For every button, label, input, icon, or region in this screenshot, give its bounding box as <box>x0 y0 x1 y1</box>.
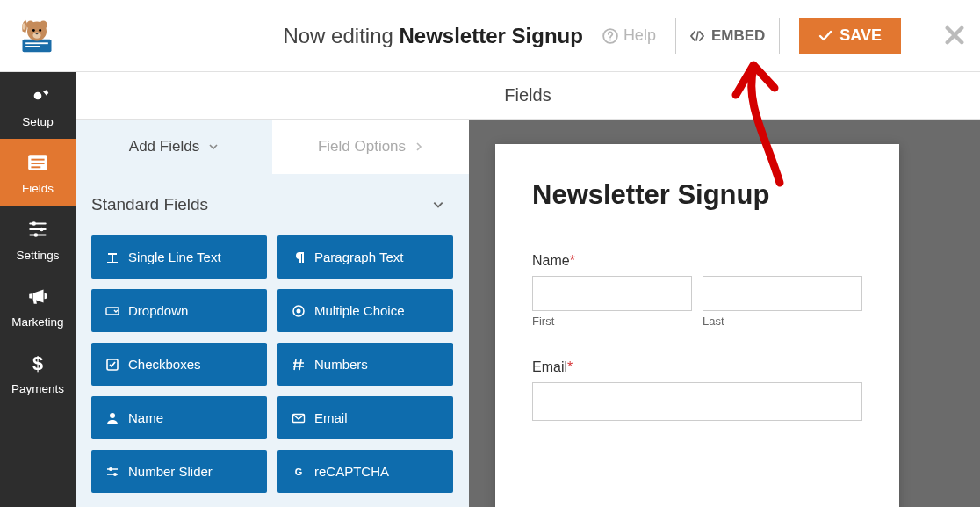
slider-icon <box>105 465 119 479</box>
svg-point-26 <box>110 413 115 418</box>
tab-add-fields[interactable]: Add Fields <box>76 120 272 174</box>
email-field-label: Email* <box>532 359 862 375</box>
svg-rect-21 <box>107 262 118 263</box>
name-field-label: Name* <box>532 253 862 269</box>
svg-point-17 <box>32 221 36 226</box>
dropdown-icon <box>105 304 119 318</box>
tab-field-options[interactable]: Field Options <box>272 120 469 174</box>
user-icon <box>105 411 119 425</box>
sidebar-item-payments[interactable]: $ Payments <box>0 339 76 406</box>
chevron-down-icon <box>208 141 219 152</box>
form-title: Newsletter Signup <box>532 179 862 211</box>
field-email[interactable]: Email <box>277 396 453 439</box>
svg-point-4 <box>26 20 34 28</box>
recaptcha-icon: G <box>292 465 306 479</box>
first-name-input[interactable] <box>532 276 692 311</box>
last-name-sublabel: Last <box>703 315 862 328</box>
svg-point-18 <box>40 228 44 232</box>
dollar-icon: $ <box>26 351 49 374</box>
svg-text:$: $ <box>32 352 43 374</box>
left-sidebar: Setup Fields Settings Marketing $ Paymen… <box>0 72 76 507</box>
field-paragraph-text[interactable]: Paragraph Text <box>277 235 453 279</box>
sidebar-item-fields[interactable]: Fields <box>0 139 76 206</box>
top-bar: Now editing Newsletter Signup Help EMBED… <box>0 0 980 72</box>
svg-rect-2 <box>25 46 40 47</box>
paragraph-icon <box>292 250 306 264</box>
app-logo <box>16 15 58 57</box>
embed-button[interactable]: EMBED <box>675 18 780 54</box>
first-name-sublabel: First <box>532 315 692 328</box>
fields-panel: Add Fields Field Options Standard Fields <box>76 120 469 507</box>
svg-point-29 <box>113 473 117 476</box>
field-recaptcha[interactable]: GreCAPTCHA <box>277 450 453 493</box>
field-single-line-text[interactable]: Single Line Text <box>91 235 267 279</box>
field-numbers[interactable]: Numbers <box>277 343 453 386</box>
sliders-icon <box>26 218 49 241</box>
email-input[interactable] <box>532 382 862 421</box>
panel-title: Fields <box>76 72 980 120</box>
last-name-input[interactable] <box>703 276 862 311</box>
field-name[interactable]: Name <box>91 396 267 439</box>
sidebar-item-setup[interactable]: Setup <box>0 72 76 139</box>
field-multiple-choice[interactable]: Multiple Choice <box>277 289 453 332</box>
bullhorn-icon <box>26 285 49 308</box>
chevron-down-icon <box>432 199 444 211</box>
svg-rect-16 <box>31 166 40 168</box>
svg-point-24 <box>297 308 301 313</box>
hash-icon <box>292 358 306 372</box>
checkbox-icon <box>105 358 119 372</box>
svg-point-6 <box>32 29 35 32</box>
code-icon <box>690 29 704 43</box>
check-icon <box>818 29 832 43</box>
now-editing-text: Now editing Newsletter Signup <box>283 24 582 48</box>
sidebar-item-marketing[interactable]: Marketing <box>0 272 76 339</box>
svg-rect-14 <box>31 159 44 161</box>
preview-panel: Newsletter Signup Name* First Last Email… <box>469 120 980 507</box>
form-preview[interactable]: Newsletter Signup Name* First Last Email… <box>495 144 899 507</box>
radio-icon <box>292 304 306 318</box>
field-checkboxes[interactable]: Checkboxes <box>91 343 267 386</box>
gear-icon <box>26 84 49 107</box>
svg-point-7 <box>39 29 41 32</box>
svg-rect-15 <box>31 163 44 164</box>
field-number-slider[interactable]: Number Slider <box>91 450 267 493</box>
svg-rect-1 <box>25 42 48 44</box>
sidebar-item-settings[interactable]: Settings <box>0 206 76 272</box>
svg-point-5 <box>40 20 47 28</box>
envelope-icon <box>292 411 306 425</box>
svg-point-28 <box>109 467 112 471</box>
help-icon <box>602 28 618 44</box>
svg-point-19 <box>34 233 39 237</box>
text-icon <box>105 250 119 264</box>
svg-point-12 <box>609 39 611 40</box>
section-standard-fields[interactable]: Standard Fields <box>91 195 453 214</box>
svg-text:G: G <box>295 467 303 477</box>
field-dropdown[interactable]: Dropdown <box>91 289 267 332</box>
help-link[interactable]: Help <box>602 26 656 45</box>
chevron-right-icon <box>414 141 423 152</box>
close-button[interactable] <box>945 19 964 52</box>
close-icon <box>945 25 964 45</box>
svg-point-9 <box>36 33 39 34</box>
save-button[interactable]: SAVE <box>799 18 901 54</box>
svg-point-10 <box>22 23 25 29</box>
list-icon <box>26 151 49 174</box>
